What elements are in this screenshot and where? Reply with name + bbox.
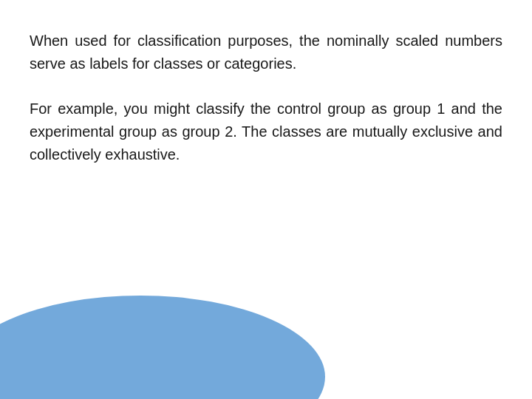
slide: When used for classification purposes, t… [0,0,532,399]
paragraph-1: When used for classification purposes, t… [30,30,502,75]
content-area: When used for classification purposes, t… [30,30,502,188]
paragraph-2: For example, you might classify the cont… [30,98,502,166]
